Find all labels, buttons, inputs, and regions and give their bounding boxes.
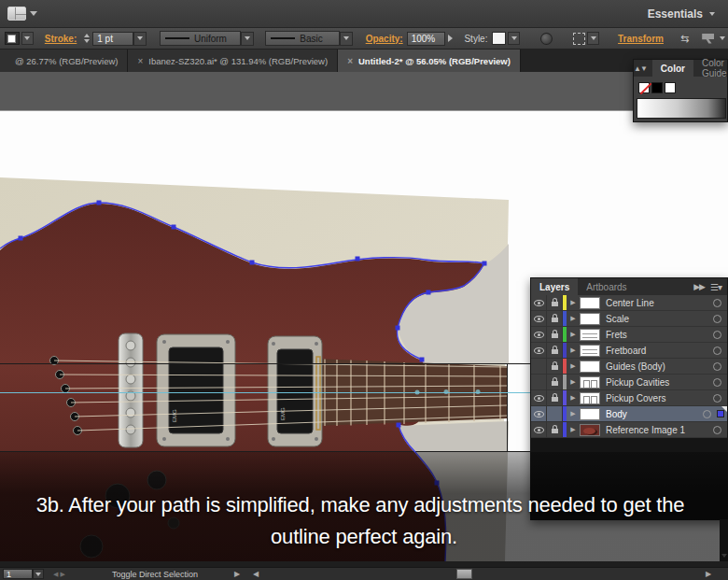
black-swatch[interactable] — [651, 82, 663, 93]
disclosure-triangle-icon[interactable]: ▶ — [567, 331, 580, 338]
layer-target-circle[interactable] — [713, 394, 721, 403]
layer-name[interactable]: Body — [606, 409, 703, 419]
layer-row[interactable]: ▶Reference Image 1 — [531, 422, 727, 438]
tab-color[interactable]: Color — [652, 60, 693, 77]
lock-toggle[interactable] — [547, 295, 563, 310]
layer-row[interactable]: ▶Pickup Covers — [531, 390, 727, 406]
layer-name[interactable]: Fretboard — [606, 346, 713, 356]
document-tab[interactable]: @ 26.77% (RGB/Preview) — [0, 50, 128, 72]
white-swatch[interactable] — [665, 82, 676, 93]
vertical-scrollbar[interactable] — [720, 519, 728, 561]
status-bar: 1 ◀▶ Toggle Direct Selection ▶ ◀ ▶ — [0, 567, 728, 580]
illustrator-window: Essentials Stroke: 1 pt Uniform Basic Op… — [0, 0, 728, 580]
disclosure-triangle-icon[interactable]: ▶ — [567, 362, 580, 370]
layer-row[interactable]: ▶Frets — [531, 327, 727, 343]
layer-target-circle[interactable] — [713, 362, 721, 371]
layer-row[interactable]: ▶Body — [531, 406, 727, 422]
layer-thumbnail[interactable] — [580, 313, 600, 325]
layer-name[interactable]: Reference Image 1 — [606, 425, 713, 435]
visibility-toggle[interactable] — [531, 406, 547, 421]
layer-target-circle[interactable] — [713, 378, 721, 387]
layer-name[interactable]: Scale — [606, 314, 713, 324]
layer-name[interactable]: Frets — [606, 330, 713, 340]
layer-thumbnail[interactable] — [580, 345, 600, 357]
lock-toggle[interactable] — [547, 422, 563, 437]
layer-name[interactable]: Pickup Cavities — [606, 377, 713, 388]
panel-collapse-icon[interactable]: ▲▼ — [634, 64, 647, 73]
layer-target-circle[interactable] — [703, 410, 711, 418]
disclosure-triangle-icon[interactable]: ▶ — [567, 394, 580, 402]
visibility-toggle[interactable] — [531, 422, 547, 437]
lock-toggle[interactable] — [547, 390, 563, 405]
quick-swatches — [634, 77, 727, 93]
color-panel: ▲▼ Color Color Guide — [633, 59, 728, 122]
layer-row[interactable]: ▶Center Line — [531, 295, 727, 311]
scroll-left-pair-icon[interactable]: ▶ — [234, 570, 240, 578]
layer-thumbnail[interactable] — [580, 408, 600, 420]
lock-toggle[interactable] — [547, 327, 563, 342]
tab-color-guide[interactable]: Color Guide — [693, 60, 728, 77]
layer-thumbnail[interactable] — [580, 297, 600, 309]
visibility-toggle[interactable] — [531, 359, 547, 374]
document-tab[interactable]: × Ibanez-SZ320.ai* @ 131.94% (RGB/Previe… — [128, 50, 338, 72]
layer-target-circle[interactable] — [713, 347, 721, 355]
disclosure-triangle-icon[interactable]: ▶ — [567, 299, 580, 306]
disclosure-triangle-icon[interactable]: ▶ — [567, 315, 580, 322]
lock-toggle[interactable] — [547, 311, 563, 326]
layer-name[interactable]: Guides (Body) — [606, 361, 713, 372]
collapse-panel-icon[interactable]: ▶▶ — [693, 282, 705, 291]
layer-target-circle[interactable] — [713, 426, 721, 434]
lock-icon — [552, 429, 558, 433]
visibility-toggle[interactable] — [531, 343, 547, 358]
visibility-toggle[interactable] — [531, 311, 547, 326]
layer-target-circle[interactable] — [713, 299, 721, 307]
layer-row[interactable]: ▶Guides (Body) — [531, 359, 727, 375]
eye-icon — [534, 427, 544, 433]
layer-row[interactable]: ▶Scale — [531, 311, 727, 327]
none-swatch[interactable] — [638, 82, 650, 93]
artboard-prev-next-icons[interactable]: ◀▶ — [53, 571, 67, 578]
layer-thumbnail[interactable] — [580, 329, 600, 341]
h-scrollbar-thumb[interactable] — [456, 569, 472, 579]
visibility-toggle[interactable] — [531, 390, 547, 405]
scroll-down-icon — [721, 554, 727, 558]
lock-toggle[interactable] — [547, 343, 563, 358]
disclosure-triangle-icon[interactable]: ▶ — [567, 426, 580, 433]
artboard-nav-field[interactable]: 1 — [3, 569, 33, 579]
document-tab[interactable]: × Untitled-2* @ 56.05% (RGB/Preview) — [338, 50, 521, 72]
lock-toggle[interactable] — [547, 359, 563, 374]
scroll-right-icon[interactable]: ▶ — [706, 570, 711, 578]
layer-row[interactable]: ▶Pickup Cavities — [531, 375, 727, 390]
lock-toggle[interactable] — [547, 375, 563, 389]
visibility-toggle[interactable] — [531, 327, 547, 342]
panel-menu-icon[interactable]: ☰▾ — [710, 282, 721, 292]
layer-name[interactable]: Center Line — [606, 298, 713, 308]
disclosure-triangle-icon[interactable]: ▶ — [567, 410, 580, 417]
disclosure-triangle-icon[interactable]: ▶ — [567, 347, 580, 354]
close-icon[interactable]: × — [137, 56, 143, 66]
lock-icon — [552, 302, 558, 306]
layer-thumbnail[interactable] — [580, 376, 600, 389]
lock-toggle[interactable] — [547, 406, 563, 421]
layer-list: ▶Center Line▶Scale▶Frets▶Fretboard▶Guide… — [531, 295, 727, 438]
layer-name[interactable]: Pickup Covers — [606, 393, 713, 403]
tab-label: Ibanez-SZ320.ai* @ 131.94% (RGB/Preview) — [148, 56, 328, 66]
layer-target-circle[interactable] — [713, 331, 721, 339]
layer-target-circle[interactable] — [713, 315, 721, 323]
layer-row[interactable]: ▶Fretboard — [531, 343, 727, 359]
tab-layers[interactable]: Layers — [531, 278, 578, 295]
scroll-left-icon[interactable]: ◀ — [253, 570, 259, 578]
artboard-nav-dropdown[interactable] — [33, 569, 44, 579]
layer-thumbnail[interactable] — [580, 392, 600, 404]
visibility-toggle[interactable] — [531, 295, 547, 310]
tab-artboards[interactable]: Artboards — [578, 278, 635, 295]
visibility-toggle[interactable] — [531, 375, 547, 389]
disclosure-triangle-icon[interactable]: ▶ — [567, 378, 580, 386]
layer-thumbnail[interactable] — [580, 361, 600, 373]
layer-thumbnail[interactable] — [580, 424, 600, 436]
color-ramp[interactable] — [637, 98, 726, 119]
tab-label: Untitled-2* @ 56.05% (RGB/Preview) — [358, 56, 511, 66]
lock-icon — [552, 349, 558, 354]
neck-pickup: EMG — [268, 336, 322, 446]
close-icon[interactable]: × — [347, 56, 353, 66]
